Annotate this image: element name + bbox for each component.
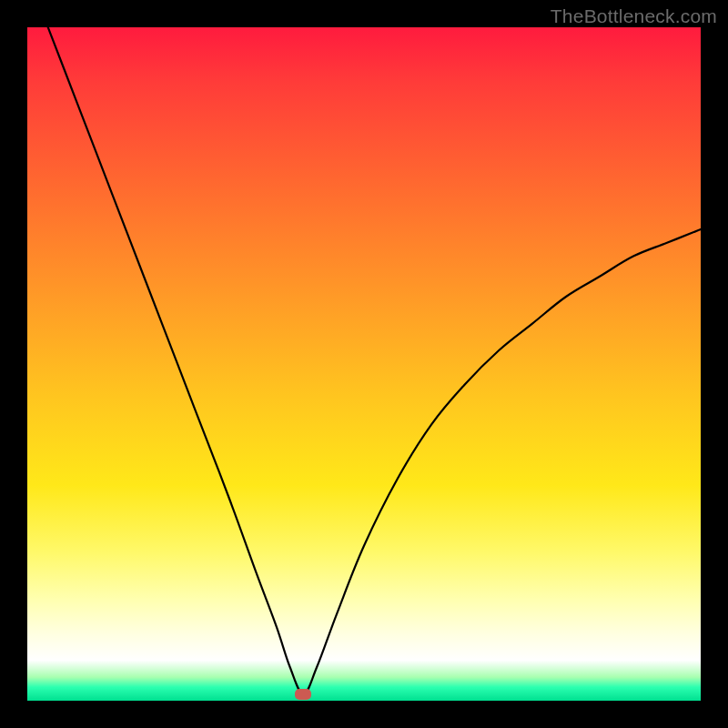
watermark-text: TheBottleneck.com: [551, 5, 717, 27]
bottleneck-curve: [27, 27, 701, 701]
optimum-marker: [295, 689, 311, 700]
chart-frame: TheBottleneck.com: [0, 0, 728, 728]
plot-area: [27, 27, 701, 701]
